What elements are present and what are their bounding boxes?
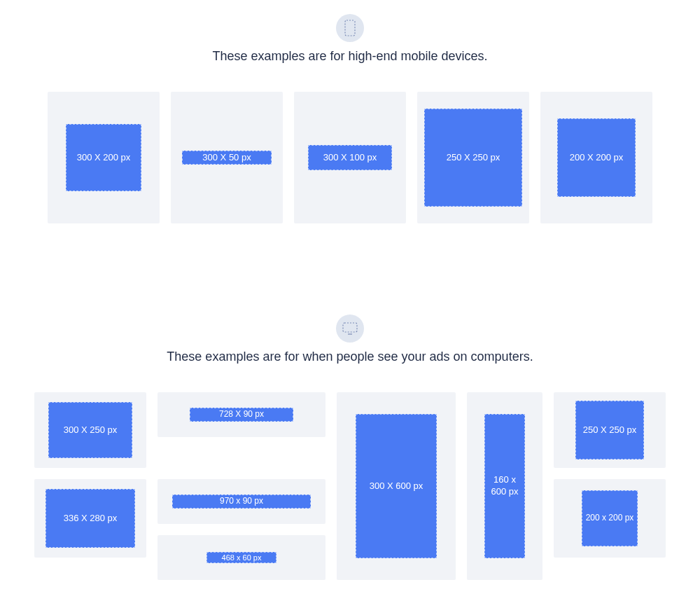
mobile-frame: 300 X 200 px bbox=[48, 92, 160, 223]
ad-size-box: 200 x 200 px bbox=[582, 490, 638, 546]
ad-size-box: 300 X 100 px bbox=[308, 145, 392, 170]
ad-size-box: 300 X 50 px bbox=[182, 151, 272, 165]
ad-size-box: 468 x 60 px bbox=[206, 552, 276, 563]
ad-size-box: 250 X 250 px bbox=[575, 401, 644, 459]
svg-rect-1 bbox=[343, 323, 357, 332]
mobile-heading: These examples are for high-end mobile d… bbox=[0, 49, 700, 64]
desktop-section: These examples are for when people see y… bbox=[0, 315, 700, 580]
mobile-frame: 300 X 50 px bbox=[171, 92, 283, 223]
desktop-frame: 160 x 600 px bbox=[467, 392, 542, 580]
mobile-frame: 200 X 200 px bbox=[540, 92, 652, 223]
desktop-heading: These examples are for when people see y… bbox=[0, 350, 700, 364]
desktop-examples-grid: 300 X 250 px 336 X 280 px 728 X 90 px 97… bbox=[0, 392, 700, 580]
desktop-frame: 970 x 90 px bbox=[158, 479, 326, 524]
mobile-frame: 250 X 250 px bbox=[417, 92, 529, 223]
desktop-frame: 300 X 250 px bbox=[34, 392, 146, 468]
mobile-section: These examples are for high-end mobile d… bbox=[0, 14, 700, 223]
mobile-device-icon bbox=[336, 14, 364, 42]
section-spacer bbox=[0, 223, 700, 315]
ad-size-box: 160 x 600 px bbox=[484, 414, 525, 558]
desktop-frame: 250 X 250 px bbox=[554, 392, 666, 468]
monitor-icon bbox=[336, 315, 364, 343]
ad-size-box: 300 X 250 px bbox=[48, 402, 132, 458]
desktop-frame: 200 x 200 px bbox=[554, 479, 666, 558]
desktop-frame: 728 X 90 px bbox=[158, 392, 326, 437]
ad-size-box: 970 x 90 px bbox=[172, 495, 311, 509]
ad-size-box: 300 X 200 px bbox=[66, 124, 141, 191]
ad-size-box: 200 X 200 px bbox=[557, 118, 636, 197]
desktop-frame: 468 x 60 px bbox=[158, 535, 326, 580]
ad-size-box: 250 X 250 px bbox=[424, 109, 522, 207]
ad-size-box: 336 X 280 px bbox=[46, 489, 135, 548]
mobile-frame: 300 X 100 px bbox=[294, 92, 406, 223]
desktop-frame: 300 X 600 px bbox=[337, 392, 456, 580]
desktop-frame: 336 X 280 px bbox=[34, 479, 146, 558]
svg-rect-0 bbox=[345, 20, 355, 36]
mobile-examples-row: 300 X 200 px 300 X 50 px 300 X 100 px 25… bbox=[0, 92, 700, 223]
ad-size-box: 300 X 600 px bbox=[356, 414, 437, 558]
ad-size-box: 728 X 90 px bbox=[190, 408, 293, 422]
